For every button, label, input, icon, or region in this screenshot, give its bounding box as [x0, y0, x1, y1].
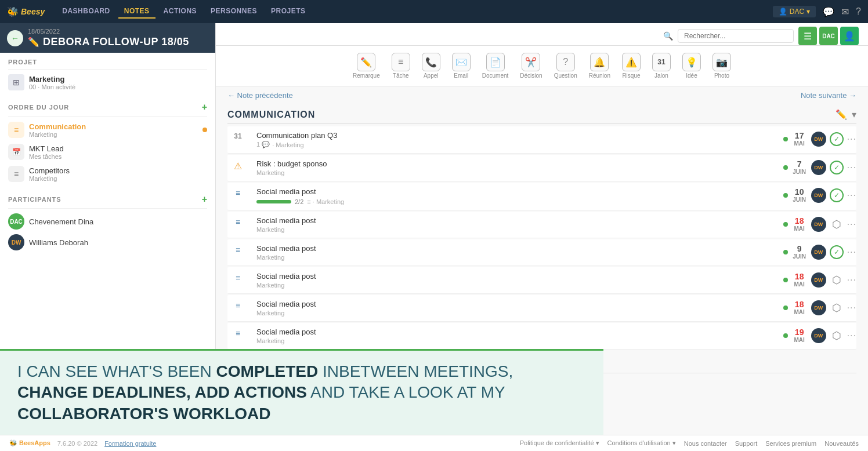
footer-terms[interactable]: Conditions d'utilisation ▾: [607, 439, 676, 447]
note-sub-4: Marketing: [256, 226, 775, 233]
add-agenda-button[interactable]: +: [202, 102, 207, 112]
note-title-3: Social media post: [256, 187, 775, 196]
avatar-icon-1[interactable]: DAC: [819, 27, 838, 45]
nav-actions[interactable]: ACTIONS: [158, 5, 203, 19]
agenda-item-competitors-icon: ≡: [8, 166, 24, 182]
idee-label: Idée: [686, 72, 697, 79]
agenda-item-mkt-text: MKT Lead Mes tâches: [29, 144, 207, 160]
notes-top-bar: 🔍 ☰ DAC 👤: [216, 23, 868, 46]
agenda-item-competitors-text: Competitors Marketing: [29, 166, 207, 182]
tool-remarque[interactable]: ✏️ Remarque: [348, 50, 385, 81]
tool-reunion[interactable]: 🔔 Réunion: [584, 50, 615, 81]
more-button-3[interactable]: ···: [847, 190, 856, 201]
back-button[interactable]: ←: [7, 30, 23, 46]
more-button-1[interactable]: ···: [847, 134, 856, 144]
prev-note-button[interactable]: ← Note précédente: [227, 91, 293, 100]
date-badge-2: 7 JUIN: [791, 159, 808, 175]
tool-email[interactable]: ✉️ Email: [447, 50, 475, 81]
add-participant-button[interactable]: +: [202, 194, 207, 205]
search-input[interactable]: [678, 29, 794, 43]
section-actions: ✏️ ▾: [836, 109, 856, 120]
more-button-2[interactable]: ···: [847, 162, 856, 173]
note-meta-1: 17 MAI DW ✓ ···: [783, 131, 856, 147]
agenda-item-competitors-sub: Marketing: [29, 175, 207, 182]
collapse-section-button[interactable]: ▾: [852, 109, 856, 120]
help-icon[interactable]: ?: [856, 6, 861, 17]
participant-dac[interactable]: DAC Chevenement Dina: [8, 211, 207, 232]
participant-dw-name: Williams Deborah: [29, 238, 88, 247]
task-icon-6: ≡: [227, 272, 248, 282]
footer-support[interactable]: Support: [735, 440, 758, 447]
tool-risque[interactable]: ⚠️ Risque: [617, 50, 645, 81]
footer-premium[interactable]: Services premium: [765, 440, 816, 447]
nav-dashboard[interactable]: DASHBOARD: [56, 5, 116, 19]
footer-nouveautes[interactable]: Nouveautés: [824, 440, 859, 447]
more-button-6[interactable]: ···: [847, 275, 856, 285]
mail-icon[interactable]: ✉: [841, 6, 849, 17]
more-button-5[interactable]: ···: [847, 247, 856, 257]
hex-status-7[interactable]: ⬡: [830, 301, 844, 315]
status-dot-3: [783, 193, 788, 198]
tool-photo[interactable]: 📷 Photo: [708, 50, 736, 81]
agenda-item-competitors[interactable]: ≡ Competitors Marketing: [8, 163, 207, 185]
tool-jalon[interactable]: 31 Jalon: [648, 50, 675, 81]
milestone-icon: 31: [227, 131, 248, 140]
more-button-4[interactable]: ···: [847, 219, 856, 230]
agenda-item-communication-icon: ≡: [8, 122, 24, 138]
edit-section-button[interactable]: ✏️: [836, 109, 847, 120]
chat-icon[interactable]: 💬: [823, 6, 834, 17]
note-title-area: ✏️ DEBORA FOLLOW-UP 18/05: [28, 36, 189, 48]
decision-label: Décision: [520, 72, 542, 79]
tool-appel[interactable]: 📞 Appel: [417, 50, 445, 81]
dw-avatar-3: DW: [811, 188, 826, 203]
task-icon-5: ≡: [227, 244, 248, 254]
promo-text-bold-1: COMPLETED: [216, 362, 318, 380]
note-title: DEBORA FOLLOW-UP 18/05: [43, 36, 189, 48]
tool-tache[interactable]: ≡ Tâche: [387, 50, 415, 81]
more-button-8[interactable]: ···: [847, 330, 856, 341]
footer-formation[interactable]: Formation gratuite: [104, 440, 156, 447]
risque-label: Risque: [622, 72, 640, 79]
note-meta-5: 9 JUIN DW ✓ ···: [783, 244, 856, 260]
check-status-5[interactable]: ✓: [830, 245, 844, 259]
agenda-item-communication[interactable]: ≡ Communication Marketing: [8, 119, 207, 141]
check-status-1[interactable]: ✓: [830, 132, 844, 146]
footer-contact[interactable]: Nous contacter: [684, 440, 727, 447]
app-logo: 🐝 Beesy: [7, 6, 45, 17]
hex-status-4[interactable]: ⬡: [830, 217, 844, 231]
check-status-3[interactable]: ✓: [830, 188, 844, 202]
note-title-4: Social media post: [256, 216, 775, 225]
date-badge-5: 9 JUIN: [791, 244, 808, 260]
tool-question[interactable]: ? Question: [549, 50, 582, 81]
nav-personnes[interactable]: PERSONNES: [205, 5, 263, 19]
check-status-2[interactable]: ✓: [830, 161, 844, 174]
hex-status-6[interactable]: ⬡: [830, 273, 844, 287]
status-dot-7: [783, 305, 788, 310]
notes-navigation: ← Note précédente Note suivante →: [216, 86, 868, 104]
risque-icon: ⚠️: [622, 53, 641, 71]
agenda-item-mkt-lead[interactable]: 📅 MKT Lead Mes tâches: [8, 141, 207, 163]
avatar-icon-2[interactable]: 👤: [840, 27, 859, 45]
note-title-6: Social media post: [256, 272, 775, 281]
more-button-7[interactable]: ···: [847, 303, 856, 313]
footer-left: 🐝 BeesApps 7.6.20 © 2022 Formation gratu…: [9, 439, 156, 447]
participant-dw[interactable]: DW Williams Deborah: [8, 232, 207, 253]
projet-section: PROJET ⊞ Marketing 00 · Mon activité: [0, 53, 215, 96]
tool-decision[interactable]: ✂️ Décision: [515, 50, 547, 81]
list-view-icon[interactable]: ☰: [798, 27, 817, 45]
next-note-button[interactable]: Note suivante →: [801, 91, 856, 100]
nav-notes[interactable]: NOTES: [118, 5, 155, 19]
tool-document[interactable]: 📄 Document: [478, 50, 513, 81]
date-badge-3: 10 JUIN: [791, 187, 808, 203]
project-item[interactable]: ⊞ Marketing 00 · Mon activité: [8, 72, 207, 93]
footer-privacy[interactable]: Politique de confidentialité ▾: [520, 439, 599, 447]
tool-idee[interactable]: 💡 Idée: [678, 50, 706, 81]
user-menu-button[interactable]: 👤 DAC ▾: [773, 6, 816, 17]
hex-status-8[interactable]: ⬡: [830, 329, 844, 343]
status-dot-5: [783, 250, 788, 254]
nav-projets[interactable]: PROJETS: [265, 5, 312, 19]
note-title-2: Risk : budget sponso: [256, 159, 775, 168]
date-badge-1: 17 MAI: [791, 131, 808, 147]
note-row: ≡ Social media post Marketing 18 MAI DW …: [227, 295, 856, 322]
promo-text-3: AND TAKE A LOOK AT MY: [307, 383, 505, 401]
